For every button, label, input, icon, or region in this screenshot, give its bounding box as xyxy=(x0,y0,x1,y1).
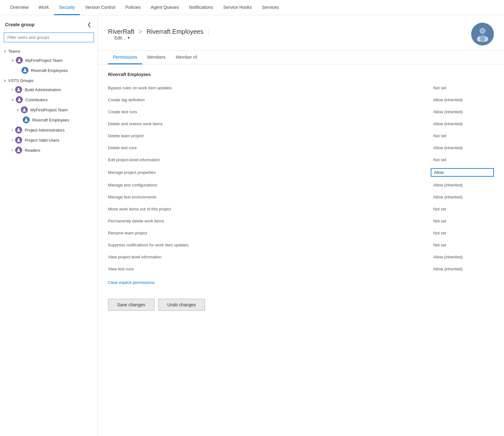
permission-name: Permanently delete work items xyxy=(108,219,431,223)
contributors-riverraft-item[interactable]: Riverraft Employees xyxy=(0,115,98,125)
contributors-chevron: ∨ xyxy=(11,98,14,102)
collapse-sidebar-button[interactable]: ❮ xyxy=(86,20,93,29)
build-admins-icon xyxy=(15,86,22,93)
permission-value[interactable]: Allow xyxy=(431,168,494,177)
myfirstproject-chevron: ∨ xyxy=(11,58,14,62)
permissions-group-title: Riverraft Employees xyxy=(108,72,494,77)
readers-item[interactable]: > Readers xyxy=(0,145,98,155)
teams-section: ∨ Teams ∨ MyFirstProject Team Riverraft … xyxy=(0,47,98,77)
permission-name: Delete team project xyxy=(108,133,431,138)
build-admins-chevron: > xyxy=(11,88,13,91)
riverraft-employees-item[interactable]: Riverraft Employees xyxy=(0,65,98,75)
permission-name: Bypass rules on work item updates xyxy=(108,85,431,90)
permission-name: Move work items out of this project xyxy=(108,207,431,211)
permission-name: Suppress notifications for work item upd… xyxy=(108,243,431,247)
nav-item-version-control[interactable]: Version Control xyxy=(80,0,120,15)
contributors-team-item[interactable]: ∨ MyFirstProject Team xyxy=(0,105,98,115)
contributors-item[interactable]: ∨ Contributors xyxy=(0,95,98,105)
permission-value: Allow (inherited) xyxy=(431,120,494,127)
bottom-actions: Save changes Undo changes xyxy=(98,292,504,317)
svg-rect-12 xyxy=(480,35,485,41)
nav-item-services[interactable]: Services xyxy=(257,0,284,15)
permission-row: Suppress notifications for work item upd… xyxy=(108,239,494,251)
readers-chevron: > xyxy=(11,148,13,152)
tab-members[interactable]: Members xyxy=(142,51,171,64)
contributors-riverraft-icon xyxy=(23,116,30,123)
breadcrumb-area: RiverRaft > Riverraft Employees Edit... … xyxy=(108,28,465,40)
riverraft-label: Riverraft Employees xyxy=(31,68,68,73)
svg-point-4 xyxy=(23,108,25,110)
permission-row: Delete and restore work itemsAllow (inhe… xyxy=(108,118,494,130)
permission-row: Create tag definitionAllow (inherited) xyxy=(108,94,494,106)
permission-name: View test runs xyxy=(108,267,431,271)
vsts-groups-group[interactable]: ∨ VSTS Groups xyxy=(0,77,98,85)
nav-item-work[interactable]: Work xyxy=(33,0,54,15)
permission-name: Delete test runs xyxy=(108,145,431,150)
contributors-riverraft-label: Riverraft Employees xyxy=(32,118,69,122)
build-admins-item[interactable]: > Build Administrators xyxy=(0,85,98,95)
breadcrumb-parent: RiverRaft xyxy=(108,28,134,35)
sidebar: Create group ❮ ∨ Teams ∨ MyFirstProject … xyxy=(0,15,98,436)
nav-item-notifications[interactable]: Notifications xyxy=(184,0,218,15)
sidebar-header: Create group ❮ xyxy=(0,15,98,32)
group-avatar xyxy=(471,23,494,45)
svg-point-8 xyxy=(18,149,20,150)
vsts-chevron: ∨ xyxy=(4,79,6,83)
edit-dropdown-arrow: ▼ xyxy=(127,36,130,40)
permission-value: Allow (inherited) xyxy=(431,265,494,273)
tab-member-of[interactable]: Member of xyxy=(171,51,202,64)
undo-changes-button[interactable]: Undo changes xyxy=(158,299,205,311)
permissions-list: Bypass rules on work item updatesNot set… xyxy=(108,82,494,275)
teams-chevron: ∨ xyxy=(4,49,6,53)
project-admins-item[interactable]: > Project Administrators xyxy=(0,125,98,135)
permission-row: Edit project-level informationNot set xyxy=(108,154,494,166)
nav-item-service-hooks[interactable]: Service Hooks xyxy=(218,0,257,15)
project-valid-users-item[interactable]: > Project Valid Users xyxy=(0,135,98,145)
contributors-label: Contributors xyxy=(25,97,48,102)
permission-name: Create tag definition xyxy=(108,97,431,102)
permission-name: Create test runs xyxy=(108,109,431,114)
permission-row: Delete test runsAllow (inherited) xyxy=(108,142,494,154)
permission-value: Not set xyxy=(431,84,494,91)
permission-row: View test runsAllow (inherited) xyxy=(108,263,494,275)
project-valid-chevron: > xyxy=(11,138,13,142)
nav-item-overview[interactable]: Overview xyxy=(5,0,33,15)
permission-row: Delete team projectNot set xyxy=(108,130,494,142)
permission-value: Not set xyxy=(431,229,494,237)
permission-value: Not set xyxy=(431,241,494,249)
project-admins-label: Project Administrators xyxy=(25,128,64,133)
nav-item-security[interactable]: Security xyxy=(54,0,80,15)
tab-permissions[interactable]: Permissions xyxy=(108,51,142,64)
content-tabs: Permissions Members Member of xyxy=(98,51,504,64)
content-area: RiverRaft > Riverraft Employees Edit... … xyxy=(98,15,504,436)
permission-value: Allow (inherited) xyxy=(431,108,494,115)
main-layout: Create group ❮ ∨ Teams ∨ MyFirstProject … xyxy=(0,15,504,436)
edit-label: Edit... xyxy=(114,35,126,40)
svg-point-2 xyxy=(18,88,20,90)
edit-dropdown-button[interactable]: Edit... ▼ xyxy=(114,35,130,40)
permission-value: Allow (inherited) xyxy=(431,253,494,261)
permission-value: Allow (inherited) xyxy=(431,144,494,151)
vsts-groups-label: VSTS Groups xyxy=(8,78,33,83)
filter-input[interactable] xyxy=(4,32,94,42)
permission-name: Edit project-level information xyxy=(108,157,431,162)
permission-value: Not set xyxy=(431,132,494,139)
myfirstproject-icon xyxy=(16,57,23,64)
svg-point-5 xyxy=(25,118,27,120)
clear-explicit-permissions-link[interactable]: Clear explicit permissions xyxy=(108,280,154,285)
svg-point-6 xyxy=(18,128,20,130)
breadcrumb-child: Riverraft Employees xyxy=(147,28,203,35)
nav-item-agent-queues[interactable]: Agent Queues xyxy=(146,0,184,15)
build-admins-label: Build Administrators xyxy=(25,87,61,92)
contributors-team-label: MyFirstProject Team xyxy=(30,108,68,112)
permission-value: Not set xyxy=(431,156,494,163)
permission-name: View project-level information xyxy=(108,255,431,259)
save-changes-button[interactable]: Save changes xyxy=(108,299,154,311)
nav-item-policies[interactable]: Policies xyxy=(120,0,146,15)
myfirstproject-team-item[interactable]: ∨ MyFirstProject Team xyxy=(0,55,98,65)
teams-group[interactable]: ∨ Teams xyxy=(0,47,98,55)
permission-name: Delete and restore work items xyxy=(108,121,431,126)
create-group-title: Create group xyxy=(5,22,34,27)
readers-icon xyxy=(15,147,22,154)
permission-value: Not set xyxy=(431,217,494,225)
